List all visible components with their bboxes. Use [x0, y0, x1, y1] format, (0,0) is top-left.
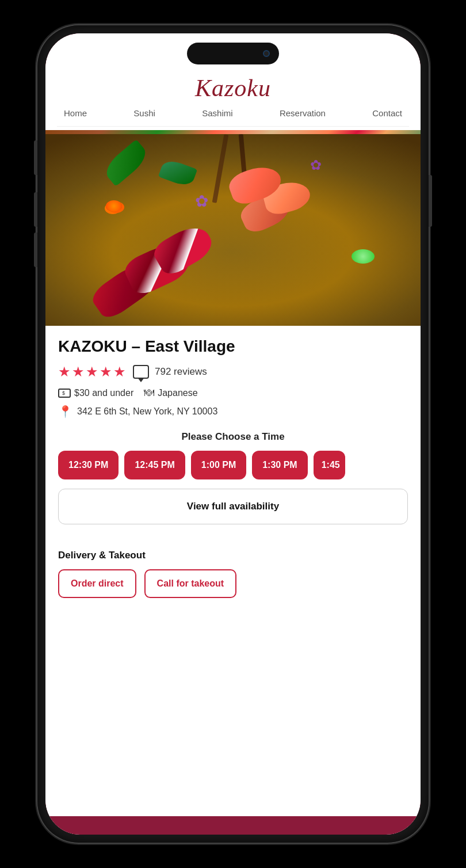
cuisine-info: 🍽 Japanese	[144, 387, 197, 399]
call-takeout-button[interactable]: Call for takeout	[144, 569, 236, 598]
restaurant-name: KAZOKU – East Village	[58, 337, 408, 356]
content-area: KAZOKU – East Village ★★★★★ 792 reviews …	[45, 326, 421, 816]
review-icon	[133, 365, 149, 379]
phone-inner: Kazoku Home Sushi Sashimi Reservation Co…	[45, 33, 421, 835]
notch-bar	[45, 33, 421, 69]
time-slot-4[interactable]: 1:45	[314, 451, 345, 479]
delivery-section: Delivery & Takeout Order direct Call for…	[58, 550, 408, 598]
review-count: 792 reviews	[155, 366, 207, 378]
delivery-buttons: Order direct Call for takeout	[58, 569, 408, 598]
time-slot-3[interactable]: 1:30 PM	[252, 451, 307, 479]
time-slot-0[interactable]: 12:30 PM	[58, 451, 119, 479]
price-text: $30 and under	[74, 388, 133, 398]
phone-bottom-bar	[45, 816, 421, 835]
star-rating: ★★★★★	[58, 364, 127, 380]
rating-row: ★★★★★ 792 reviews	[58, 364, 408, 380]
time-slot-1[interactable]: 12:45 PM	[124, 451, 185, 479]
phone-screen: Kazoku Home Sushi Sashimi Reservation Co…	[45, 33, 421, 835]
location-pin-icon: 📍	[58, 405, 72, 418]
view-availability-button[interactable]: View full availability	[58, 489, 408, 524]
nav-contact[interactable]: Contact	[370, 107, 404, 119]
order-direct-button[interactable]: Order direct	[58, 569, 136, 598]
address-row: 📍 342 E 6th St, New York, NY 10003	[58, 405, 408, 418]
address-text: 342 E 6th St, New York, NY 10003	[77, 406, 217, 417]
nav-home[interactable]: Home	[62, 107, 89, 119]
time-slots-container: 12:30 PM 12:45 PM 1:00 PM 1:30 PM 1:45	[58, 451, 408, 479]
notch	[187, 43, 279, 64]
nav-sushi[interactable]: Sushi	[131, 107, 158, 119]
delivery-title: Delivery & Takeout	[58, 550, 408, 561]
time-slot-2[interactable]: 1:00 PM	[191, 451, 246, 479]
nav-reservation[interactable]: Reservation	[277, 107, 328, 119]
nav-sashimi[interactable]: Sashimi	[200, 107, 235, 119]
phone-frame: Kazoku Home Sushi Sashimi Reservation Co…	[37, 25, 429, 843]
site-logo: Kazoku	[57, 75, 409, 101]
price-icon	[58, 389, 71, 398]
time-section: Please Choose a Time 12:30 PM 12:45 PM 1…	[58, 431, 408, 540]
food-image	[45, 130, 421, 326]
cutlery-icon: 🍽	[144, 387, 154, 399]
camera-icon	[263, 50, 270, 57]
site-header: Kazoku Home Sushi Sashimi Reservation Co…	[45, 69, 421, 130]
price-info: $30 and under	[58, 388, 133, 398]
cuisine-text: Japanese	[158, 388, 197, 398]
site-nav: Home Sushi Sashimi Reservation Contact	[57, 101, 409, 127]
info-row: $30 and under 🍽 Japanese	[58, 387, 408, 399]
time-label: Please Choose a Time	[58, 431, 408, 443]
